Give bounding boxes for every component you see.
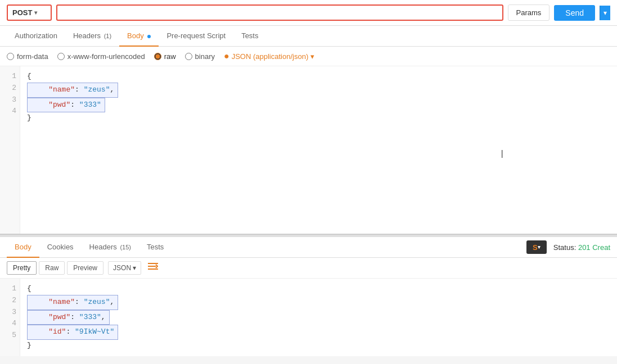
wrap-icon[interactable] [148,263,158,273]
request-line-numbers: 1 2 3 4 [0,66,20,234]
option-binary[interactable]: binary [185,52,215,61]
resp-tab-headers[interactable]: Headers (15) [82,237,139,258]
req-line-4: } [27,112,610,124]
json-format-dropdown[interactable]: JSON ▾ [108,261,141,275]
status-badge: Status: 201 Creat [553,243,610,252]
req-line-3: "pwd": "333" [27,98,610,113]
tab-authorization[interactable]: Authorization [7,26,65,47]
json-dot-icon: ● [224,51,229,61]
svg-rect-0 [148,263,158,264]
resp-tab-tests[interactable]: Tests [139,237,172,258]
svg-rect-1 [148,266,156,267]
text-cursor-icon: | [500,148,505,160]
response-tabs: Body Cookies Headers (15) Tests S ▾ Stat… [0,237,617,258]
option-urlencoded[interactable]: x-www-form-urlencoded [57,52,145,61]
resp-line-3: "pwd": "333", [27,310,610,325]
json-chevron-icon: ▾ [310,52,314,61]
tab-tests[interactable]: Tests [233,26,266,47]
url-input[interactable]: http://127.0.0.1:3000/users [63,8,497,17]
response-code-editor[interactable]: 1 2 3 4 5 { "name": "zeus", "pwd": "333"… [0,279,617,356]
response-meta: S ▾ Status: 201 Creat [526,240,610,254]
request-code-content[interactable]: { "name": "zeus", "pwd": "333" } | [20,66,617,234]
body-dot-indicator [147,35,151,38]
resp-line-4: "id": "9IkW~Vt" [27,325,610,340]
resp-line-2: "name": "zeus", [27,295,610,310]
request-code-editor[interactable]: 1 2 3 4 { "name": "zeus", "pwd": "333" } [0,66,617,235]
response-format-bar: Pretty Raw Preview JSON ▾ [0,258,617,279]
url-input-wrapper[interactable]: http://127.0.0.1:3000/users [56,4,503,21]
request-bar: POST ▾ http://127.0.0.1:3000/users Param… [0,0,617,26]
send-button[interactable]: Send [554,5,595,21]
resp-tab-cookies[interactable]: Cookies [39,237,82,258]
pretty-button[interactable]: Pretty [7,261,37,275]
option-form-data[interactable]: form-data [7,52,48,61]
response-section: Body Cookies Headers (15) Tests S ▾ Stat… [0,237,617,356]
req-line-1: { [27,71,610,83]
json-type-dropdown[interactable]: ● JSON (application/json) ▾ [224,51,314,61]
tab-headers[interactable]: Headers (1) [65,26,119,47]
response-code-content[interactable]: { "name": "zeus", "pwd": "333", "id": "9… [20,279,617,356]
send-dropdown-button[interactable]: ▾ [600,6,610,20]
json-fmt-chevron-icon: ▾ [133,264,136,272]
tab-body[interactable]: Body [119,26,159,47]
svg-rect-2 [148,269,158,270]
body-options: form-data x-www-form-urlencoded raw bina… [0,47,617,66]
resp-line-5: } [27,340,610,352]
resp-line-1: { [27,283,610,295]
preview-button[interactable]: Preview [67,261,103,275]
req-line-2: "name": "zeus", [27,83,610,98]
raw-button[interactable]: Raw [39,261,65,275]
app-logo-icon: S ▾ [526,240,547,254]
request-section: POST ▾ http://127.0.0.1:3000/users Param… [0,0,617,235]
method-dropdown[interactable]: POST ▾ [7,4,52,21]
method-label: POST [12,8,32,17]
tab-prerequest[interactable]: Pre-request Script [159,26,233,47]
params-button[interactable]: Params [508,4,550,21]
option-raw[interactable]: raw [154,52,176,61]
resp-tab-body[interactable]: Body [7,237,39,258]
response-line-numbers: 1 2 3 4 5 [0,279,20,356]
request-tabs: Authorization Headers (1) Body Pre-reque… [0,26,617,47]
method-chevron-icon: ▾ [34,10,37,16]
